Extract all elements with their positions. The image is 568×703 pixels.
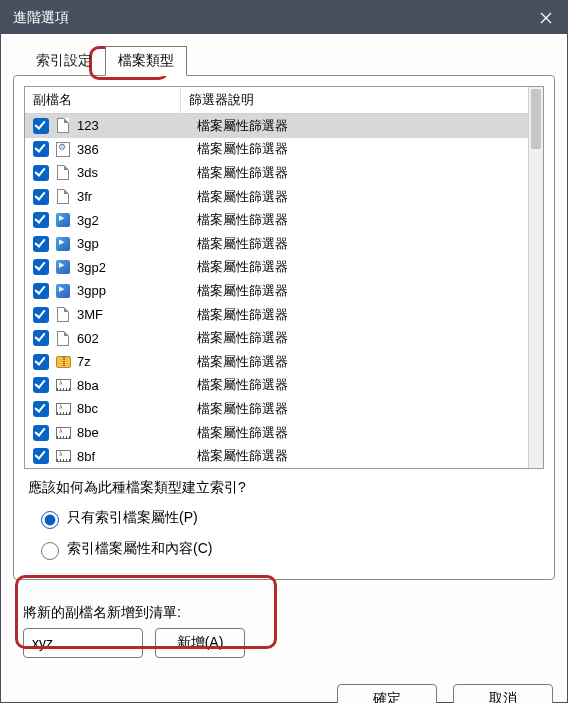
filetype-icon xyxy=(55,354,71,370)
row-checkbox[interactable] xyxy=(33,377,49,393)
row-checkbox[interactable] xyxy=(33,283,49,299)
row-extension: 3fr xyxy=(77,189,191,204)
row-extension: 8bf xyxy=(77,449,191,464)
row-checkbox[interactable] xyxy=(33,165,49,181)
filetype-icon xyxy=(55,259,71,275)
row-description: 檔案屬性篩選器 xyxy=(191,329,543,347)
table-row[interactable]: 8ba檔案屬性篩選器 xyxy=(25,374,543,398)
row-extension: 602 xyxy=(77,331,191,346)
list-header: 副檔名 篩選器說明 xyxy=(25,87,543,114)
row-description: 檔案屬性篩選器 xyxy=(191,282,543,300)
tab-bar: 索引設定 檔案類型 xyxy=(13,46,555,75)
table-row[interactable]: 3g2檔案屬性篩選器 xyxy=(25,208,543,232)
scrollbar[interactable] xyxy=(528,87,543,468)
table-row[interactable]: 3fr檔案屬性篩選器 xyxy=(25,185,543,209)
filetype-icon xyxy=(55,448,71,464)
close-icon xyxy=(540,12,552,24)
row-extension: 123 xyxy=(77,118,191,133)
radio-props-content-label: 索引檔案屬性和內容(C) xyxy=(67,540,212,558)
tab-index-settings[interactable]: 索引設定 xyxy=(23,46,105,75)
table-row[interactable]: 3gpp檔案屬性篩選器 xyxy=(25,279,543,303)
table-row[interactable]: 3ds檔案屬性篩選器 xyxy=(25,161,543,185)
table-row[interactable]: 7z檔案屬性篩選器 xyxy=(25,350,543,374)
row-extension: 3gpp xyxy=(77,283,191,298)
column-header-extension[interactable]: 副檔名 xyxy=(25,87,181,113)
row-description: 檔案屬性篩選器 xyxy=(191,164,543,182)
row-extension: 7z xyxy=(77,354,191,369)
column-header-description[interactable]: 篩選器說明 xyxy=(181,87,543,113)
radio-props-only-row[interactable]: 只有索引檔案屬性(P) xyxy=(36,503,540,534)
table-row[interactable]: 3MF檔案屬性篩選器 xyxy=(25,303,543,327)
row-extension: 3MF xyxy=(77,307,191,322)
add-extension-group: 將新的副檔名新增到清單: 新增(A) xyxy=(13,596,273,672)
cancel-button[interactable]: 取消 xyxy=(453,684,553,703)
row-checkbox[interactable] xyxy=(33,212,49,228)
dialog-title: 進階選項 xyxy=(13,9,69,27)
tab-file-types[interactable]: 檔案類型 xyxy=(105,46,187,76)
table-row[interactable]: 3gp檔案屬性篩選器 xyxy=(25,232,543,256)
row-checkbox[interactable] xyxy=(33,259,49,275)
filetype-icon xyxy=(55,189,71,205)
add-extension-label: 將新的副檔名新增到清單: xyxy=(23,604,263,622)
file-type-list[interactable]: 副檔名 篩選器說明 123檔案屬性篩選器386檔案屬性篩選器3ds檔案屬性篩選器… xyxy=(24,86,544,469)
table-row[interactable]: 3gp2檔案屬性篩選器 xyxy=(25,256,543,280)
filetype-icon xyxy=(55,330,71,346)
row-description: 檔案屬性篩選器 xyxy=(191,140,543,158)
row-extension: 3gp2 xyxy=(77,260,191,275)
row-description: 檔案屬性篩選器 xyxy=(191,353,543,371)
row-description: 檔案屬性篩選器 xyxy=(191,188,543,206)
row-description: 檔案屬性篩選器 xyxy=(191,376,543,394)
row-checkbox[interactable] xyxy=(33,425,49,441)
table-row[interactable]: 123檔案屬性篩選器 xyxy=(25,114,543,138)
row-checkbox[interactable] xyxy=(33,354,49,370)
row-description: 檔案屬性篩選器 xyxy=(191,258,543,276)
row-description: 檔案屬性篩選器 xyxy=(191,117,543,135)
filetype-icon xyxy=(55,165,71,181)
filetype-icon xyxy=(55,307,71,323)
radio-props-only[interactable] xyxy=(41,511,59,529)
filetype-icon xyxy=(55,118,71,134)
row-extension: 3g2 xyxy=(77,213,191,228)
row-extension: 386 xyxy=(77,142,191,157)
row-checkbox[interactable] xyxy=(33,141,49,157)
scrollbar-thumb[interactable] xyxy=(531,89,541,149)
titlebar: 進階選項 xyxy=(1,1,567,34)
dialog-footer: 確定 取消 xyxy=(1,672,567,703)
table-row[interactable]: 602檔案屬性篩選器 xyxy=(25,326,543,350)
row-checkbox[interactable] xyxy=(33,189,49,205)
advanced-options-dialog: 進階選項 索引設定 檔案類型 副檔名 篩選器說明 123檔案屬性篩選器386檔案… xyxy=(0,0,568,703)
row-checkbox[interactable] xyxy=(33,307,49,323)
row-description: 檔案屬性篩選器 xyxy=(191,211,543,229)
filetype-icon xyxy=(55,377,71,393)
row-checkbox[interactable] xyxy=(33,118,49,134)
radio-props-content[interactable] xyxy=(41,542,59,560)
row-checkbox[interactable] xyxy=(33,448,49,464)
close-button[interactable] xyxy=(525,1,567,34)
index-question: 應該如何為此種檔案類型建立索引? xyxy=(24,469,544,499)
table-row[interactable]: 386檔案屬性篩選器 xyxy=(25,138,543,162)
table-row[interactable]: 8be檔案屬性篩選器 xyxy=(25,421,543,445)
row-description: 檔案屬性篩選器 xyxy=(191,400,543,418)
row-extension: 8be xyxy=(77,425,191,440)
new-extension-input[interactable] xyxy=(23,628,143,658)
filetype-icon xyxy=(55,401,71,417)
row-checkbox[interactable] xyxy=(33,236,49,252)
row-description: 檔案屬性篩選器 xyxy=(191,235,543,253)
row-extension: 8ba xyxy=(77,378,191,393)
file-types-panel: 副檔名 篩選器說明 123檔案屬性篩選器386檔案屬性篩選器3ds檔案屬性篩選器… xyxy=(13,75,555,580)
row-description: 檔案屬性篩選器 xyxy=(191,424,543,442)
add-button[interactable]: 新增(A) xyxy=(155,628,245,658)
radio-props-content-row[interactable]: 索引檔案屬性和內容(C) xyxy=(36,534,540,565)
filetype-icon xyxy=(55,236,71,252)
index-radio-group: 只有索引檔案屬性(P) 索引檔案屬性和內容(C) xyxy=(24,499,544,567)
row-description: 檔案屬性篩選器 xyxy=(191,306,543,324)
table-row[interactable]: 8bc檔案屬性篩選器 xyxy=(25,397,543,421)
list-body: 123檔案屬性篩選器386檔案屬性篩選器3ds檔案屬性篩選器3fr檔案屬性篩選器… xyxy=(25,114,543,468)
ok-button[interactable]: 確定 xyxy=(337,684,437,703)
table-row[interactable]: 8bf檔案屬性篩選器 xyxy=(25,444,543,468)
row-extension: 8bc xyxy=(77,401,191,416)
row-checkbox[interactable] xyxy=(33,401,49,417)
row-checkbox[interactable] xyxy=(33,330,49,346)
row-extension: 3gp xyxy=(77,236,191,251)
row-extension: 3ds xyxy=(77,165,191,180)
